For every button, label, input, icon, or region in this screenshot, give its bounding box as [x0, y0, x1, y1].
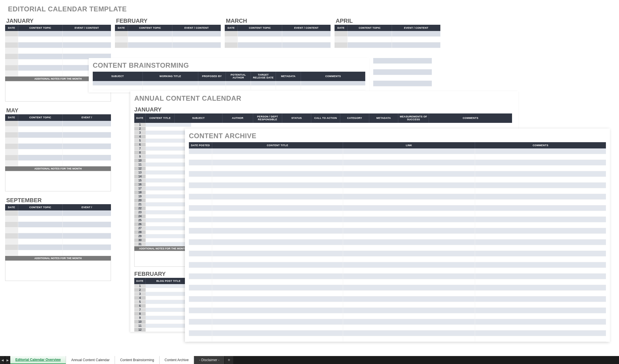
cell[interactable] [128, 42, 172, 48]
annual-day-row[interactable]: 11 [134, 324, 191, 328]
cell[interactable] [212, 257, 343, 262]
cell[interactable] [146, 147, 191, 151]
cell[interactable] [475, 188, 606, 194]
annual-day-row[interactable]: 7 [134, 308, 191, 312]
date-cell[interactable] [5, 127, 18, 132]
day-cell[interactable]: 27 [134, 226, 146, 230]
tab-editorial-overview[interactable]: Editorial Calendar Overview [10, 356, 66, 364]
annual-day-row[interactable]: 8 [134, 151, 191, 155]
annual-day-row[interactable]: 27 [134, 226, 191, 230]
annual-day-row[interactable]: 21 [134, 202, 191, 206]
day-cell[interactable]: 4 [134, 296, 146, 300]
cell[interactable] [343, 183, 475, 188]
cell[interactable] [238, 42, 282, 48]
day-cell[interactable]: 20 [134, 198, 146, 202]
archive-row[interactable] [189, 188, 606, 194]
cell[interactable] [475, 154, 606, 160]
cell[interactable] [212, 160, 343, 166]
month-body[interactable] [225, 31, 331, 48]
month-row[interactable] [5, 138, 111, 144]
archive-row[interactable] [189, 239, 606, 245]
cell[interactable] [343, 330, 475, 336]
annual-day-row[interactable]: 24 [134, 214, 191, 218]
annual-day-row[interactable]: 25 [134, 218, 191, 222]
cell[interactable] [226, 81, 251, 86]
archive-row[interactable] [189, 148, 606, 154]
archive-row[interactable] [189, 262, 606, 268]
date-cell[interactable] [5, 250, 18, 256]
month-row[interactable] [5, 155, 111, 161]
cell[interactable] [146, 292, 191, 296]
archive-row[interactable] [189, 308, 606, 313]
cell[interactable] [212, 239, 343, 245]
annual-day-row[interactable]: 18 [134, 191, 191, 195]
cell[interactable] [146, 222, 191, 226]
cell[interactable] [146, 151, 191, 155]
month-row[interactable] [5, 127, 111, 132]
annual-day-row[interactable]: 13 [134, 171, 191, 175]
cell[interactable] [212, 325, 343, 330]
day-cell[interactable]: 14 [134, 175, 146, 179]
date-cell[interactable] [5, 59, 18, 65]
cell[interactable] [212, 177, 343, 183]
day-cell[interactable]: 28 [134, 230, 146, 234]
cell[interactable] [392, 37, 440, 42]
cell[interactable] [18, 37, 63, 42]
cell[interactable] [212, 228, 343, 234]
annual-day-row[interactable]: 28 [134, 230, 191, 234]
archive-row[interactable] [189, 257, 606, 262]
annual-day-row[interactable]: 4 [134, 296, 191, 300]
cell[interactable] [146, 230, 191, 234]
cell[interactable] [189, 308, 212, 313]
cell[interactable] [146, 316, 191, 320]
cell[interactable] [343, 228, 475, 234]
cell[interactable] [63, 149, 111, 155]
cell[interactable] [343, 160, 475, 166]
month-row[interactable] [5, 31, 111, 37]
annual-day-row[interactable]: 26 [134, 222, 191, 226]
day-cell[interactable]: 19 [134, 195, 146, 198]
cell[interactable] [343, 200, 475, 205]
cell[interactable] [146, 284, 191, 288]
cell[interactable] [18, 42, 63, 48]
cell[interactable] [18, 239, 63, 245]
cell[interactable] [212, 188, 343, 194]
cell[interactable] [63, 239, 111, 245]
annual-day-row[interactable]: 17 [134, 187, 191, 191]
cell[interactable] [93, 81, 143, 86]
cell[interactable] [189, 291, 212, 296]
cell[interactable] [212, 183, 343, 188]
annual-days[interactable]: 1234567891011121314151617181920212223242… [134, 123, 191, 246]
day-cell[interactable]: 2 [134, 288, 146, 292]
annual-day-row[interactable]: 11 [134, 163, 191, 167]
day-cell[interactable]: 16 [134, 183, 146, 187]
annual-day-row[interactable]: 12 [134, 167, 191, 171]
cell[interactable] [189, 154, 212, 160]
date-cell[interactable] [115, 37, 128, 42]
archive-row[interactable] [189, 330, 606, 336]
cell[interactable] [189, 160, 212, 166]
tab-add-button[interactable]: + [225, 356, 233, 364]
cell[interactable] [343, 154, 475, 160]
archive-row[interactable] [189, 279, 606, 285]
cell[interactable] [189, 245, 212, 251]
day-cell[interactable]: 7 [134, 147, 146, 151]
cell[interactable] [189, 319, 212, 325]
annual-day-row[interactable]: 9 [134, 316, 191, 320]
cell[interactable] [63, 144, 111, 149]
month-row[interactable] [5, 210, 111, 216]
day-cell[interactable]: 13 [134, 171, 146, 175]
cell[interactable] [343, 308, 475, 313]
cell[interactable] [212, 251, 343, 257]
date-cell[interactable] [5, 228, 18, 233]
annual-day-row[interactable]: 20 [134, 198, 191, 202]
cell[interactable] [18, 65, 63, 71]
day-cell[interactable]: 8 [134, 151, 146, 155]
archive-row[interactable] [189, 274, 606, 279]
annual-day-row[interactable]: 3 [134, 292, 191, 296]
cell[interactable] [146, 155, 191, 159]
cell[interactable] [282, 37, 331, 42]
annual-day-row[interactable]: 7 [134, 147, 191, 151]
archive-row[interactable] [189, 200, 606, 205]
cell[interactable] [343, 234, 475, 239]
